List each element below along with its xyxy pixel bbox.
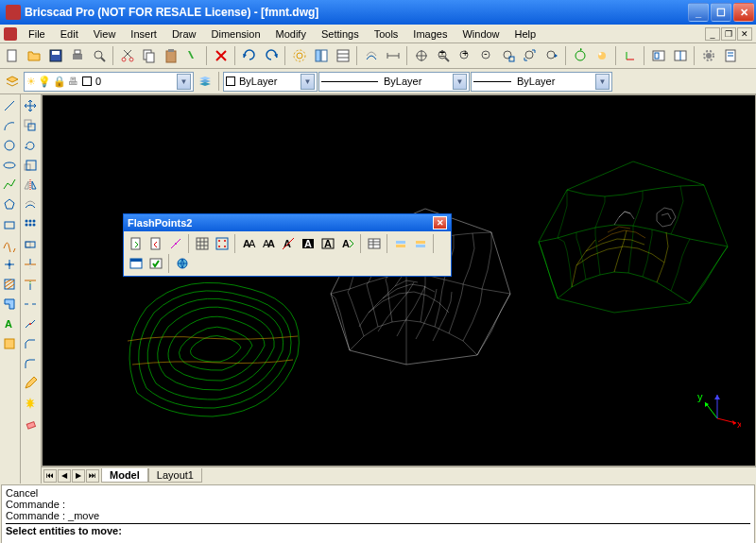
fp-grid2-icon[interactable] (213, 234, 232, 253)
scale-icon[interactable] (21, 156, 40, 175)
paste-button[interactable] (161, 45, 181, 66)
menu-window[interactable]: Window (455, 26, 507, 42)
point-icon[interactable] (0, 255, 19, 274)
fillet-icon[interactable] (21, 354, 40, 373)
fp-layer1-icon[interactable] (391, 234, 410, 253)
tile-button[interactable] (670, 45, 691, 66)
new-button[interactable] (2, 45, 23, 66)
maximize-button[interactable]: ☐ (711, 3, 731, 22)
circle-icon[interactable] (0, 136, 19, 155)
arc-icon[interactable] (0, 116, 19, 135)
explorer-button[interactable] (311, 45, 332, 66)
line-icon[interactable] (0, 96, 19, 115)
properties-button[interactable] (333, 45, 353, 66)
menu-help[interactable]: Help (507, 26, 544, 42)
fp-window-icon[interactable] (127, 254, 146, 273)
distance-button[interactable] (383, 45, 404, 66)
delete-button[interactable] (211, 45, 232, 66)
erase-icon[interactable] (21, 414, 40, 433)
tab-layout1[interactable]: Layout1 (148, 468, 202, 483)
tab-next[interactable]: ▶ (72, 469, 85, 483)
rotate-icon[interactable] (21, 136, 40, 155)
text-icon[interactable]: A (0, 314, 19, 333)
offset-button[interactable] (361, 45, 382, 66)
ellipse-icon[interactable] (0, 156, 19, 175)
render-button[interactable] (592, 45, 612, 66)
break-icon[interactable] (21, 295, 40, 314)
fp-layer2-icon[interactable] (411, 234, 430, 253)
mdi-restore[interactable]: ❐ (721, 27, 736, 41)
menu-insert[interactable]: Insert (123, 26, 164, 42)
menu-edit[interactable]: Edit (53, 26, 86, 42)
layer-explorer-button[interactable] (2, 71, 23, 92)
fp-grid1-icon[interactable] (193, 234, 212, 253)
mdi-minimize[interactable]: _ (705, 27, 720, 41)
fp-export-icon[interactable] (146, 234, 165, 253)
copy-icon[interactable] (21, 116, 40, 135)
undo-button[interactable] (239, 45, 260, 66)
rectangle-icon[interactable] (0, 215, 19, 234)
ucs-button[interactable] (620, 45, 641, 66)
regen-button[interactable] (570, 45, 591, 66)
zoom-window-button[interactable] (498, 45, 519, 66)
array-icon[interactable] (21, 215, 40, 234)
flashpoints-panel[interactable]: FlashPoints2 ✕ AA AA A A A A (123, 213, 452, 277)
tab-model[interactable]: Model (101, 468, 148, 483)
cut-button[interactable] (117, 45, 138, 66)
print-button[interactable] (67, 45, 88, 66)
minimize-button[interactable]: _ (688, 3, 709, 22)
menu-modify[interactable]: Modify (268, 26, 314, 42)
fp-text5-icon[interactable]: A (318, 234, 337, 253)
gear-button[interactable] (698, 45, 719, 66)
extend-icon[interactable] (21, 275, 40, 294)
tab-first[interactable]: ⏮ (43, 469, 57, 483)
fp-text3-icon[interactable]: A (279, 234, 298, 253)
redo-button[interactable] (261, 45, 282, 66)
menu-dimension[interactable]: Dimension (204, 26, 268, 42)
close-button[interactable]: ✕ (733, 3, 754, 22)
polyline-icon[interactable] (0, 176, 19, 195)
trim-icon[interactable] (21, 255, 40, 274)
block-icon[interactable] (0, 334, 19, 353)
fp-check-icon[interactable] (146, 254, 165, 273)
settings-button[interactable] (289, 45, 310, 66)
polygon-icon[interactable] (0, 195, 19, 214)
zoom-previous-button[interactable] (541, 45, 562, 66)
lineweight-combo[interactable]: ByLayer ▼ (471, 72, 612, 92)
menu-images[interactable]: Images (405, 26, 455, 42)
fp-text1-icon[interactable]: AA (239, 234, 258, 253)
mdi-close[interactable]: ✕ (737, 27, 752, 41)
layout-button[interactable] (648, 45, 669, 66)
stretch-icon[interactable] (21, 235, 40, 254)
color-combo[interactable]: ByLayer ▼ (223, 72, 318, 92)
zoom-out-button[interactable]: - (476, 45, 497, 66)
fp-table-icon[interactable] (365, 234, 384, 253)
fp-point-icon[interactable] (166, 234, 185, 253)
save-button[interactable] (45, 45, 66, 66)
fp-globe-icon[interactable] (173, 254, 192, 273)
print-preview-button[interactable] (89, 45, 110, 66)
boundary-icon[interactable] (0, 295, 19, 314)
fp-import-icon[interactable] (127, 234, 146, 253)
command-window[interactable]: Cancel Commande : Commande : _move Selec… (1, 484, 755, 543)
zoom-realtime-button[interactable]: ± (433, 45, 454, 66)
fp-text4-icon[interactable]: A (299, 234, 318, 253)
tab-prev[interactable]: ◀ (58, 469, 71, 483)
mdi-icon[interactable] (4, 27, 17, 41)
open-button[interactable] (24, 45, 44, 66)
zoom-extents-button[interactable] (520, 45, 541, 66)
flashpoints-close-button[interactable]: ✕ (433, 216, 447, 229)
mirror-icon[interactable] (21, 176, 40, 195)
offset2-icon[interactable] (21, 195, 40, 214)
script-button[interactable] (720, 45, 741, 66)
edit-icon[interactable] (21, 374, 40, 393)
copy-button[interactable] (139, 45, 160, 66)
layer-states-button[interactable] (195, 71, 215, 92)
menu-file[interactable]: File (21, 26, 53, 42)
menu-tools[interactable]: Tools (367, 26, 406, 42)
chamfer-icon[interactable] (21, 334, 40, 353)
menu-view[interactable]: View (86, 26, 124, 42)
cmd-prompt[interactable]: Select entities to move: (6, 523, 750, 536)
linetype-combo[interactable]: ByLayer ▼ (318, 72, 470, 92)
menu-draw[interactable]: Draw (164, 26, 204, 42)
